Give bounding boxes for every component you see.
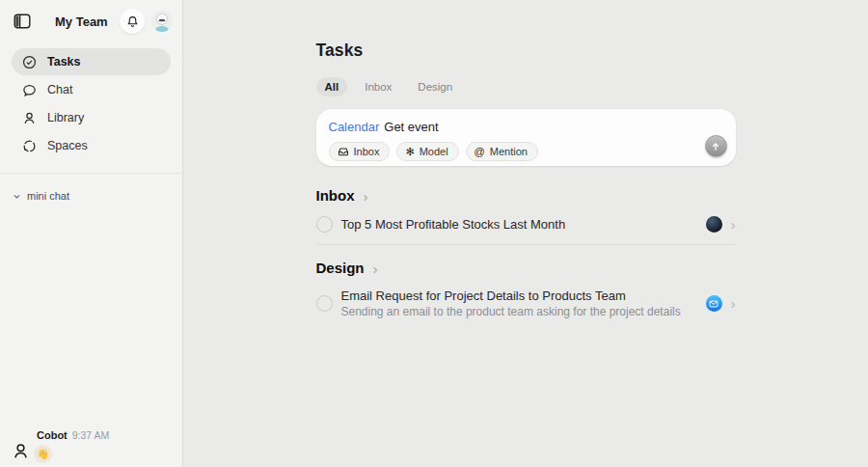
sidebar-item-label: Chat [47, 83, 72, 96]
chat-bubble-icon [22, 83, 37, 97]
person-icon[interactable] [11, 442, 30, 461]
chip-label: Inbox [354, 146, 380, 157]
message-sender: Cobot [37, 429, 68, 441]
composer-text: Get event [384, 120, 438, 134]
chip-mention[interactable]: @ Mention [466, 142, 538, 161]
mail-icon [706, 295, 722, 312]
sparkle-icon: ✻ [405, 147, 414, 157]
sidebar-item-label: Tasks [47, 55, 81, 69]
sidebar-item-spaces[interactable]: Spaces [12, 132, 171, 159]
team-name: My Team [55, 14, 120, 29]
task-checkbox[interactable] [316, 216, 333, 233]
send-button[interactable] [705, 135, 727, 157]
tab-inbox[interactable]: Inbox [356, 77, 400, 96]
sidebar-header: My Team [0, 0, 182, 40]
chip-label: Model [420, 146, 448, 157]
task-subtitle: Sending an email to the product team ask… [341, 305, 681, 318]
mini-chat-toggle[interactable]: mini chat [0, 174, 182, 202]
chip-label: Mention [490, 146, 528, 157]
inbox-tray-icon [338, 146, 349, 157]
sidebar-item-tasks[interactable]: Tasks [12, 48, 171, 75]
sidebar-item-label: Library [47, 111, 84, 124]
cobot-avatar[interactable]: 👋 [34, 445, 52, 463]
sidebar: My Team [0, 0, 183, 467]
section-title: Design [316, 260, 365, 276]
sidebar-nav: Tasks Chat Library [0, 48, 182, 160]
chevron-right-icon: › [731, 217, 736, 232]
at-sign-icon: @ [475, 147, 485, 157]
composer-card[interactable]: Calendar Get event Inbox [316, 109, 736, 166]
section-title: Inbox [316, 187, 355, 204]
task-checkbox[interactable] [316, 295, 333, 312]
sidebar-item-library[interactable]: Library [12, 104, 171, 131]
stocks-icon [706, 216, 722, 233]
composer-chips: Inbox ✻ Model @ Mention [329, 142, 723, 161]
mini-chat-footer: Cobot9:37 AM 👋 [0, 415, 182, 467]
task-row-stocks[interactable]: Top 5 Most Profitable Stocks Last Month … [316, 216, 736, 233]
composer-input[interactable]: Calendar Get event [329, 120, 723, 134]
chip-model[interactable]: ✻ Model [396, 142, 458, 161]
arrow-up-icon [710, 141, 721, 152]
person-icon [22, 111, 37, 125]
task-title: Top 5 Most Profitable Stocks Last Month [341, 217, 566, 232]
user-avatar[interactable] [151, 11, 173, 32]
chevron-right-icon: › [373, 261, 378, 276]
chip-inbox[interactable]: Inbox [329, 142, 391, 161]
composer-source-link[interactable]: Calendar [329, 120, 380, 134]
task-row-email[interactable]: Email Request for Project Details to Pro… [316, 288, 736, 318]
section-header-inbox[interactable]: Inbox › [316, 187, 736, 204]
main-area: Tasks All Inbox Design Calendar Get even… [183, 0, 868, 467]
mini-chat-label: mini chat [27, 190, 69, 202]
check-circle-icon [22, 55, 37, 69]
sidebar-item-chat[interactable]: Chat [12, 76, 171, 103]
wave-emoji: 👋 [37, 449, 48, 459]
chat-message-meta: Cobot9:37 AM [37, 429, 109, 441]
section-header-design[interactable]: Design › [316, 260, 736, 276]
message-time: 9:37 AM [72, 429, 110, 441]
sidebar-item-label: Spaces [47, 139, 88, 152]
task-title: Email Request for Project Details to Pro… [341, 288, 681, 303]
notifications-button[interactable] [120, 9, 145, 34]
bell-icon [126, 15, 139, 28]
tab-all[interactable]: All [316, 77, 348, 96]
filter-tabs: All Inbox Design [316, 77, 736, 96]
chevron-right-icon: › [364, 188, 368, 204]
app-window: My Team [0, 0, 868, 467]
sidebar-toggle-icon[interactable] [14, 13, 31, 30]
chevron-right-icon: › [731, 296, 736, 311]
chevron-down-icon [13, 192, 21, 201]
page-title: Tasks [316, 41, 736, 61]
orbit-icon [22, 139, 37, 153]
tab-design[interactable]: Design [409, 77, 461, 96]
row-divider [316, 244, 736, 245]
